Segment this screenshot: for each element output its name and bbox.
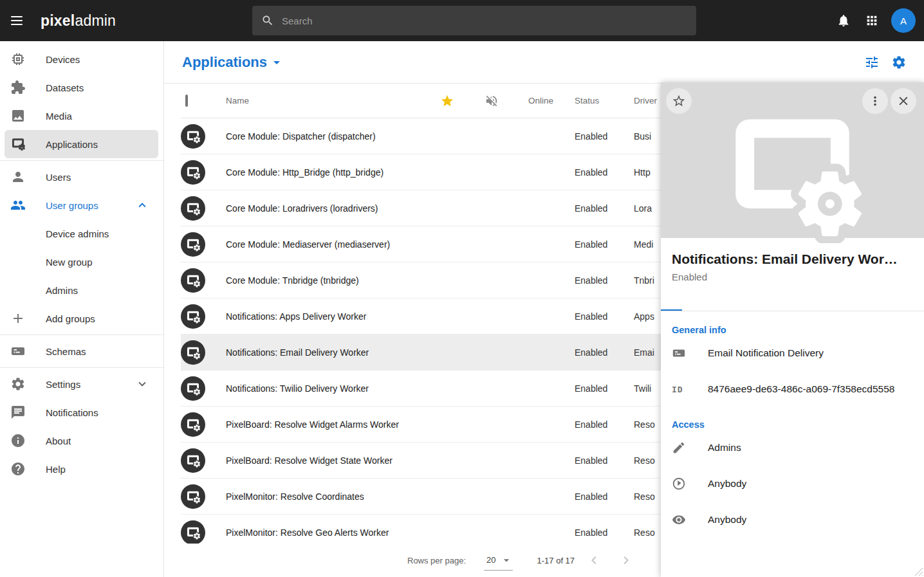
info-icon — [10, 433, 26, 448]
application-name: PixelMonitor: Resolve Geo Alerts Worker — [221, 527, 427, 538]
sidebar-item-user-groups[interactable]: User groups — [5, 191, 158, 219]
application-icon — [181, 448, 205, 473]
application-name: PixelMonitor: Resolve Coordinates — [221, 491, 427, 502]
application-status: Enabled — [572, 203, 631, 214]
detail-field-row[interactable]: Admins — [672, 430, 913, 466]
detail-field-value: Admins — [708, 442, 741, 453]
rows-per-page-label: Rows per page: — [407, 556, 466, 565]
sidebar-item-datasets[interactable]: Datasets — [5, 73, 158, 102]
sidebar-item-users[interactable]: Users — [5, 163, 158, 191]
chevup-icon — [135, 198, 149, 212]
filter-columns-icon[interactable] — [858, 49, 885, 76]
sidebar-item-label: Devices — [46, 54, 80, 65]
search-input[interactable] — [282, 15, 687, 26]
chat-icon — [10, 405, 26, 420]
sidebar-item-about[interactable]: About — [5, 426, 158, 455]
id-icon: ID — [672, 385, 688, 394]
sidebar-item-notifications[interactable]: Notifications — [5, 398, 158, 426]
sidebar-item-add-groups[interactable]: Add groups — [5, 304, 158, 333]
detail-field-row[interactable]: Anybody — [672, 502, 913, 538]
application-name: Core Module: Loradrivers (loradrivers) — [221, 203, 427, 214]
content-toolbar: Applications — [164, 41, 924, 84]
application-icon — [181, 412, 205, 437]
detail-tab[interactable] — [703, 295, 725, 311]
sidebar-item-label: Settings — [46, 379, 80, 390]
detail-tab[interactable] — [661, 295, 682, 311]
application-name: Core Module: Mediaserver (mediaserver) — [221, 239, 427, 250]
application-name: Notifications: Email Delivery Worker — [221, 347, 427, 358]
application-icon — [181, 196, 205, 221]
application-icon — [181, 304, 205, 329]
detail-tab[interactable] — [682, 295, 703, 311]
sidebar-item-applications[interactable]: Applications — [5, 130, 158, 158]
sidebar-item-label: Device admins — [46, 228, 109, 239]
section-heading: General info — [672, 325, 913, 335]
sidebar-item-label: Schemas — [46, 346, 86, 357]
sidebar-item-new-group[interactable]: New group — [5, 248, 158, 276]
application-status: Enabled — [572, 383, 631, 394]
sidebar: Devices Datasets Media Applications User… — [0, 41, 164, 577]
schema-icon — [672, 346, 688, 360]
apps-grid-icon[interactable] — [858, 6, 886, 35]
close-panel-button[interactable] — [891, 88, 916, 114]
dropdown-caret-icon — [500, 554, 513, 567]
avatar[interactable]: A — [891, 8, 916, 33]
column-header-online[interactable]: Online — [515, 96, 572, 105]
application-status: Enabled — [572, 131, 631, 142]
star-icon — [440, 94, 454, 108]
topbar: pixeladmin A — [0, 0, 924, 41]
application-status: Enabled — [572, 311, 631, 322]
column-header-name[interactable]: Name — [221, 96, 427, 105]
detail-tabs — [661, 295, 924, 311]
star-border-icon — [672, 94, 686, 108]
previous-page-icon[interactable] — [581, 547, 607, 573]
select-all-checkbox[interactable] — [185, 95, 188, 107]
global-search — [252, 6, 696, 35]
page-title: Applications — [182, 54, 267, 71]
gear-icon — [10, 376, 26, 392]
detail-field-row[interactable]: Email Notification Delivery — [672, 335, 913, 371]
hamburger-menu-icon[interactable] — [1, 5, 32, 36]
more-options-button[interactable] — [862, 88, 888, 114]
application-icon — [181, 484, 205, 509]
sidebar-item-device-admins[interactable]: Device admins — [5, 219, 158, 248]
detail-body: General info Email Notification Delivery… — [661, 311, 924, 539]
column-header-favorite[interactable] — [427, 94, 468, 108]
sidebar-divider — [0, 334, 163, 335]
favorite-star-button[interactable] — [666, 88, 692, 114]
notifications-bell-icon[interactable] — [829, 6, 858, 35]
application-icon — [181, 376, 205, 401]
app-logo: pixeladmin — [41, 12, 116, 30]
application-status: Enabled — [572, 347, 631, 358]
detail-field-value: Anybody — [708, 514, 746, 526]
eye-icon — [672, 513, 688, 527]
detail-field-row[interactable]: ID 8476aee9-de63-486c-a069-7f358ecd5558 — [672, 371, 913, 407]
sidebar-item-schemas[interactable]: Schemas — [5, 337, 158, 365]
detail-field-row[interactable]: Anybody — [672, 466, 913, 502]
page-title-dropdown[interactable]: Applications — [182, 54, 284, 71]
sidebar-item-media[interactable]: Media — [5, 102, 158, 130]
table-settings-gear-icon[interactable] — [885, 49, 912, 76]
application-icon — [181, 160, 205, 185]
people-icon — [10, 197, 26, 213]
help-icon — [10, 461, 26, 477]
rows-per-page-select[interactable]: 20 — [484, 551, 512, 571]
plus-icon — [10, 311, 26, 326]
sidebar-item-help[interactable]: Help — [5, 455, 158, 483]
sidebar-item-settings[interactable]: Settings — [5, 370, 158, 398]
sidebar-item-label: New group — [46, 257, 93, 268]
application-name: Notifications: Apps Delivery Worker — [221, 311, 427, 322]
detail-tab[interactable] — [725, 295, 746, 311]
application-icon — [181, 340, 205, 365]
next-page-icon[interactable] — [613, 547, 639, 573]
appwin-icon — [10, 136, 26, 152]
column-header-mute[interactable] — [468, 94, 515, 108]
sidebar-item-label: Admins — [46, 285, 78, 296]
detail-hero-image — [661, 82, 924, 238]
search-icon — [261, 14, 274, 27]
chevdown-icon — [135, 377, 149, 391]
sidebar-item-devices[interactable]: Devices — [5, 45, 158, 73]
application-icon — [181, 124, 205, 149]
column-header-status[interactable]: Status — [572, 96, 631, 105]
sidebar-item-admins[interactable]: Admins — [5, 276, 158, 304]
